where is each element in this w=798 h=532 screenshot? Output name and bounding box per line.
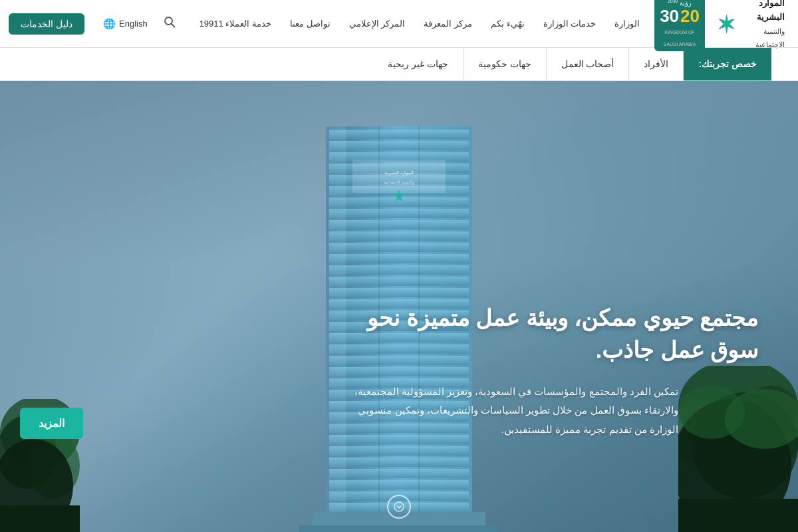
search-button[interactable] (160, 12, 180, 35)
logo-text: الموارد البشرية والتنمية الاجتماعية (745, 0, 785, 51)
secondary-nav-items: خصص تجربتك: الأفراد أصحاب العمل جهات حكو… (373, 47, 771, 80)
svg-rect-12 (329, 209, 469, 218)
more-button[interactable]: المزيد (20, 408, 83, 439)
nav-prepare[interactable]: نهّيء بكم (481, 19, 534, 29)
hero-content: مجتمع حيوي ممكن، وبيئة عمل متميزة نحو سو… (346, 303, 758, 439)
svg-rect-41 (326, 126, 346, 525)
logo-subtitle: والتنمية الاجتماعية (755, 27, 785, 49)
svg-rect-13 (329, 220, 469, 229)
svg-rect-11 (329, 198, 469, 207)
svg-line-3 (171, 24, 174, 27)
sec-nav-customize[interactable]: خصص تجربتك: (683, 47, 771, 80)
nav-links: الوزارة خدمات الوزارة نهّيء بكم مركز الم… (190, 19, 650, 29)
svg-rect-60 (0, 505, 80, 532)
svg-rect-36 (329, 480, 469, 489)
services-guide-button[interactable]: دليل الخدمات (9, 13, 84, 35)
language-label: English (119, 19, 148, 29)
sec-nav-employers[interactable]: أصحاب العمل (546, 47, 629, 80)
sec-nav-individuals[interactable]: الأفراد (628, 47, 683, 80)
svg-rect-17 (329, 265, 469, 275)
hero-headline: مجتمع حيوي ممكن، وبيئة عمل متميزة نحو سو… (346, 303, 758, 366)
svg-text:الموارد البشرية: الموارد البشرية (384, 170, 414, 176)
nav-right-area: English 🌐 دليل الخدمات (9, 12, 180, 35)
svg-rect-18 (329, 277, 469, 286)
scroll-down-icon (394, 501, 404, 512)
sec-nav-government[interactable]: جهات حكومية (463, 47, 546, 80)
globe-icon: 🌐 (103, 18, 116, 30)
svg-rect-42 (352, 160, 446, 193)
hero-section: الموارد البشرية والتنمية الاجتماعية مجتم… (0, 81, 798, 532)
nav-media-center[interactable]: المركز الإعلامي (340, 19, 415, 29)
nav-ministry-services[interactable]: خدمات الوزارة (534, 19, 606, 29)
hero-body-text: تمكين الفرد والمجتمع والمؤسسات في السعود… (346, 382, 678, 440)
ministry-logo-icon (716, 8, 737, 40)
svg-rect-35 (329, 469, 469, 478)
svg-point-61 (394, 502, 404, 511)
language-button[interactable]: English 🌐 (98, 15, 153, 33)
svg-rect-6 (329, 141, 469, 150)
nav-contact[interactable]: تواصل معنا (281, 19, 340, 29)
svg-rect-15 (329, 243, 469, 252)
top-navigation: الموارد البشرية والتنمية الاجتماعية رؤية… (0, 0, 798, 48)
nav-customer-service[interactable]: خدمة العملاء 19911 (190, 19, 281, 29)
secondary-navigation: خصص تجربتك: الأفراد أصحاب العمل جهات حكو… (0, 48, 798, 81)
svg-marker-1 (720, 15, 733, 31)
search-icon (164, 16, 176, 28)
svg-rect-14 (329, 231, 469, 241)
sec-nav-nonprofit[interactable]: جهات غير ربحية (373, 47, 463, 80)
scroll-indicator[interactable] (387, 495, 411, 519)
nav-ministry[interactable]: الوزارة (605, 19, 649, 29)
svg-rect-34 (329, 458, 469, 467)
svg-text:والتنمية الاجتماعية: والتنمية الاجتماعية (384, 180, 414, 185)
logo-title: الموارد البشرية (757, 0, 785, 22)
vision-country: KINGDOM OF SAUDI ARABIA (664, 30, 696, 47)
logo-area: الموارد البشرية والتنمية الاجتماعية (716, 0, 785, 51)
svg-rect-5 (329, 130, 469, 139)
svg-rect-47 (299, 525, 499, 532)
nav-knowledge-center[interactable]: مركز المعرفة (414, 19, 481, 29)
svg-rect-16 (329, 254, 469, 263)
vision-2030-badge: رؤية 2030 20 30 KINGDOM OF SAUDI ARABIA (654, 0, 705, 51)
svg-rect-19 (329, 288, 469, 297)
svg-rect-55 (678, 499, 798, 532)
vision-year: 20 (680, 7, 700, 25)
svg-rect-33 (329, 446, 469, 456)
